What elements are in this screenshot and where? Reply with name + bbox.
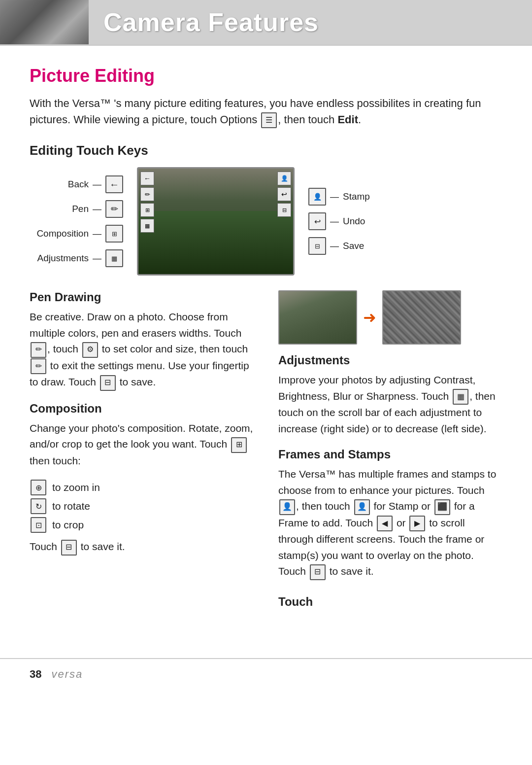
zoom-label: to zoom in	[52, 482, 100, 493]
camera-mockup-inner: ← ✏ ⊞ ▦ 👤 ↩ ⊟	[138, 169, 293, 274]
brand-name: versa	[51, 668, 83, 681]
key-stamp-label: Stamp	[343, 191, 370, 202]
key-adjustments-row: Adjustments — ▦	[30, 249, 123, 267]
key-composition-label: Composition	[30, 228, 89, 239]
adjustments-heading: Adjustments	[278, 353, 502, 367]
photo-before-thumb	[278, 290, 357, 345]
pen-drawing-heading: Pen Drawing	[30, 290, 254, 304]
pen-arrow: —	[93, 204, 101, 214]
comp-arrow: —	[93, 229, 101, 239]
page-header: Camera Features	[0, 0, 532, 44]
mockup-pen-btn: ✏	[140, 187, 154, 201]
back-icon: ←	[105, 175, 123, 193]
mockup-stamp-btn: 👤	[277, 172, 291, 185]
stamp-frames-icon: 👤	[279, 499, 295, 515]
composition-text: Change your photo's composition. Rotate,…	[30, 420, 254, 469]
adjustments-icon: ▦	[105, 249, 123, 267]
gear-inline-icon: ⚙	[82, 342, 98, 358]
scroll-left-icon: ◀	[377, 516, 393, 531]
adj-inline-icon: ▦	[453, 389, 468, 405]
save-comp-icon: ⊟	[61, 540, 77, 556]
key-stamp-row: 👤 — Stamp	[308, 188, 370, 206]
left-column: Pen Drawing Be creative. Draw on a photo…	[30, 290, 254, 609]
picture-editing-title: Picture Editing	[30, 66, 502, 86]
composition-heading: Composition	[30, 402, 254, 416]
frames-stamps-text: The Versa™ has multiple frames and stamp…	[278, 466, 502, 580]
stamp-key-icon: 👤	[308, 188, 326, 206]
mockup-back-btn: ←	[140, 172, 154, 185]
pen-drawing-text: Be creative. Draw on a photo. Choose fro…	[30, 309, 254, 390]
frame-icon-inline: ⬛	[434, 499, 450, 515]
key-save-row: ⊟ — Save	[308, 237, 370, 255]
options-icon: ☰	[261, 112, 277, 128]
header-image	[0, 0, 89, 44]
key-save-label: Save	[343, 241, 364, 251]
adj-arrow: —	[93, 253, 101, 264]
mockup-undo-btn: ↩	[277, 187, 291, 201]
camera-mockup: ← ✏ ⊞ ▦ 👤 ↩ ⊟	[137, 167, 295, 276]
pen-exit-icon: ✏	[31, 358, 46, 374]
crop-label: to crop	[52, 519, 84, 531]
before-after-arrow: ➜	[363, 308, 376, 327]
touch-label: Touch	[278, 595, 313, 608]
intro-text-main: With the Versa™ 's many picture editing …	[30, 97, 481, 126]
save-inline-icon: ⊟	[100, 375, 116, 391]
two-column-layout: Pen Drawing Be creative. Draw on a photo…	[30, 290, 502, 609]
page-title: Camera Features	[89, 7, 319, 37]
zoom-icon: ⊕	[31, 480, 46, 495]
key-back-label: Back	[30, 179, 89, 190]
key-adjustments-label: Adjustments	[30, 253, 89, 264]
undo-arrow: —	[330, 216, 339, 227]
touch-keys-right-labels: 👤 — Stamp ↩ — Undo ⊟ — Save	[308, 188, 370, 255]
crop-icon: ⊡	[31, 517, 46, 533]
key-pen-label: Pen	[30, 204, 89, 214]
touch-keys-left-labels: Back — ← Pen — ✏ Composition — ⊞ Adjustm…	[30, 175, 123, 267]
pen-icon: ✏	[105, 200, 123, 218]
composition-save-text: Touch ⊟ to save it.	[30, 539, 254, 555]
scroll-right-icon: ▶	[409, 516, 425, 531]
rotate-icon: ↻	[31, 498, 46, 514]
stamp-arrow: —	[330, 192, 339, 202]
page-number: 38	[30, 668, 41, 681]
zoom-item: ⊕ to zoom in	[30, 480, 254, 495]
edit-bold: Edit	[337, 113, 358, 126]
rotate-item: ↻ to rotate	[30, 498, 254, 514]
page-footer: 38 versa	[0, 659, 532, 690]
save-frames-icon: ⊟	[310, 564, 326, 580]
pen-inline-icon: ✏	[31, 342, 46, 358]
frames-stamps-heading: Frames and Stamps	[278, 448, 502, 461]
save-arrow: —	[330, 241, 339, 251]
key-composition-row: Composition — ⊞	[30, 225, 123, 243]
undo-key-icon: ↩	[308, 212, 326, 230]
rotate-label: to rotate	[52, 500, 90, 512]
crop-item: ⊡ to crop	[30, 517, 254, 533]
touch-label-section: Touch	[278, 595, 502, 609]
composition-icon: ⊞	[105, 225, 123, 243]
mockup-adj-btn: ▦	[140, 219, 154, 233]
right-column: ➜ Adjustments Improve your photos by adj…	[278, 290, 502, 609]
composition-list: ⊕ to zoom in ↻ to rotate ⊡ to crop	[30, 480, 254, 533]
back-arrow: —	[93, 179, 101, 190]
touch-keys-diagram: Back — ← Pen — ✏ Composition — ⊞ Adjustm…	[30, 167, 502, 276]
key-undo-label: Undo	[343, 216, 365, 227]
key-pen-row: Pen — ✏	[30, 200, 123, 218]
stamp-icon-inline: 👤	[354, 499, 370, 515]
mockup-comp-btn: ⊞	[140, 203, 154, 217]
editing-touch-keys-heading: Editing Touch Keys	[30, 143, 502, 158]
save-key-icon: ⊟	[308, 237, 326, 255]
adjustments-text: Improve your photos by adjusting Contras…	[278, 372, 502, 437]
intro-paragraph: With the Versa™ 's many picture editing …	[30, 95, 502, 128]
key-back-row: Back — ←	[30, 175, 123, 193]
pen-drawing-images: ➜	[278, 290, 502, 345]
key-undo-row: ↩ — Undo	[308, 212, 370, 230]
main-content: Picture Editing With the Versa™ 's many …	[0, 46, 532, 638]
mockup-save-btn: ⊟	[277, 203, 291, 217]
photo-after-thumb	[382, 290, 461, 345]
comp-inline-icon: ⊞	[231, 437, 247, 453]
